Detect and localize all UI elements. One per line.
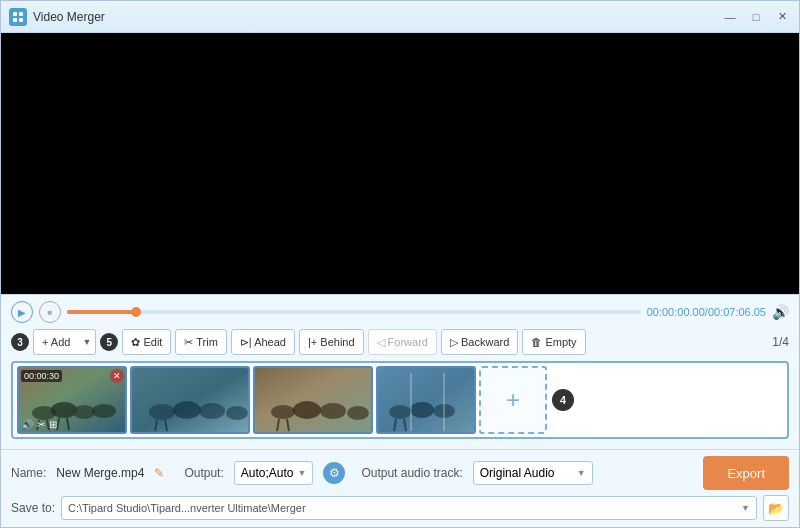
clip-time-1: 00:00:30 (21, 370, 62, 382)
svg-rect-27 (378, 368, 476, 434)
clip-cut-icon: ✂ (37, 419, 45, 430)
svg-point-22 (293, 401, 321, 419)
badge-3: 3 (11, 333, 29, 351)
audio-dropdown-arrow: ▼ (577, 468, 586, 478)
output-value: Auto;Auto (241, 466, 294, 480)
behind-button[interactable]: |+ Behind (299, 329, 364, 355)
minimize-button[interactable]: — (721, 8, 739, 26)
save-path-dropdown-arrow: ▼ (741, 503, 750, 513)
clip-item-3[interactable] (253, 366, 373, 434)
add-clip-button[interactable]: + (479, 366, 547, 434)
svg-point-8 (92, 404, 116, 418)
clip-close-1[interactable]: ✕ (110, 369, 124, 383)
svg-point-23 (320, 403, 346, 419)
total-time: 00:07:06.05 (708, 306, 766, 318)
bottom-bar: Name: New Merge.mp4 ✎ Output: Auto;Auto … (1, 449, 799, 527)
clip-item-1[interactable]: 00:00:30 ✕ 🔊 ✂ ⊞ (17, 366, 127, 434)
bottom-row-2: Save to: C:\Tipard Studio\Tipard...nvert… (11, 495, 789, 521)
time-display: 00:00:00.00/00:07:06.05 (647, 306, 766, 318)
name-value: New Merge.mp4 (56, 466, 144, 480)
add-dropdown-button[interactable]: ▼ (78, 329, 96, 355)
progress-fill (67, 310, 136, 314)
svg-rect-1 (19, 12, 23, 16)
add-button-group: + Add ▼ (33, 329, 96, 355)
page-indicator: 1/4 (772, 335, 789, 349)
controls-bar: ▶ ■ 00:00:00.00/00:07:06.05 🔊 3 + Add ▼ … (1, 294, 799, 449)
output-dropdown-arrow: ▼ (297, 468, 306, 478)
clip-icons-1: 🔊 ✂ ⊞ (21, 419, 57, 430)
badge-5: 5 (100, 333, 118, 351)
export-button[interactable]: Export (703, 456, 789, 490)
close-button[interactable]: ✕ (773, 8, 791, 26)
save-path-select[interactable]: C:\Tipard Studio\Tipard...nverter Ultima… (61, 496, 757, 520)
bottom-row-1: Name: New Merge.mp4 ✎ Output: Auto;Auto … (11, 456, 789, 490)
playback-row: ▶ ■ 00:00:00.00/00:07:06.05 🔊 (11, 301, 789, 323)
clip-thumbnail-3 (255, 368, 371, 432)
forward-button[interactable]: ◁ Forward (368, 329, 437, 355)
clip-thumbnail-2 (132, 368, 248, 432)
svg-rect-2 (13, 18, 17, 22)
svg-point-24 (347, 406, 369, 420)
svg-rect-3 (19, 18, 23, 22)
maximize-button[interactable]: □ (747, 8, 765, 26)
edit-button[interactable]: ✿ Edit (122, 329, 171, 355)
current-time: 00:00:00.00 (647, 306, 705, 318)
add-clip-icon: + (506, 386, 520, 414)
svg-point-14 (149, 404, 175, 420)
save-label: Save to: (11, 501, 55, 515)
output-select[interactable]: Auto;Auto ▼ (234, 461, 314, 485)
svg-point-16 (199, 403, 225, 419)
app-icon (9, 8, 27, 26)
video-preview (1, 33, 799, 294)
trim-button[interactable]: ✂ Trim (175, 329, 226, 355)
name-label: Name: (11, 466, 46, 480)
audio-track-select[interactable]: Original Audio ▼ (473, 461, 593, 485)
output-label: Output: (184, 466, 223, 480)
toolbar-row: 3 + Add ▼ 5 ✿ Edit ✂ Trim ⊳| Ahead |+ Be… (11, 329, 789, 355)
svg-rect-0 (13, 12, 17, 16)
svg-rect-13 (132, 368, 250, 434)
volume-icon[interactable]: 🔊 (772, 304, 789, 320)
audio-value: Original Audio (480, 466, 555, 480)
clip-item-2[interactable] (130, 366, 250, 434)
clip-item-4[interactable] (376, 366, 476, 434)
ahead-button[interactable]: ⊳| Ahead (231, 329, 295, 355)
window-title: Video Merger (33, 10, 721, 24)
play-button[interactable]: ▶ (11, 301, 33, 323)
clip-link-icon: ⊞ (49, 419, 57, 430)
svg-point-7 (73, 405, 95, 419)
backward-button[interactable]: ▷ Backward (441, 329, 518, 355)
empty-button[interactable]: 🗑 Empty (522, 329, 585, 355)
timeline-area: 00:00:30 ✕ 🔊 ✂ ⊞ (11, 361, 789, 439)
progress-bar[interactable] (67, 310, 641, 314)
badge-4: 4 (552, 389, 574, 411)
clip-sound-icon: 🔊 (21, 419, 33, 430)
svg-point-6 (51, 402, 77, 418)
stop-button[interactable]: ■ (39, 301, 61, 323)
browse-folder-button[interactable]: 📂 (763, 495, 789, 521)
svg-point-21 (271, 405, 295, 419)
folder-icon: 📂 (768, 501, 784, 516)
svg-point-17 (226, 406, 248, 420)
audio-label: Output audio track: (361, 466, 462, 480)
svg-point-29 (410, 402, 434, 418)
add-button[interactable]: + Add (33, 329, 78, 355)
svg-rect-20 (255, 368, 373, 434)
progress-dot (131, 307, 141, 317)
clip-thumbnail-4 (378, 368, 474, 432)
window-controls: — □ ✕ (721, 8, 791, 26)
output-settings-icon[interactable]: ⚙ (323, 462, 345, 484)
svg-point-15 (173, 401, 201, 419)
app-window: Video Merger — □ ✕ ▶ ■ 00:00:00.00/00:07… (0, 0, 800, 528)
name-edit-icon[interactable]: ✎ (154, 466, 164, 480)
title-bar: Video Merger — □ ✕ (1, 1, 799, 33)
svg-point-28 (389, 405, 411, 419)
save-path-value: C:\Tipard Studio\Tipard...nverter Ultima… (68, 502, 306, 514)
